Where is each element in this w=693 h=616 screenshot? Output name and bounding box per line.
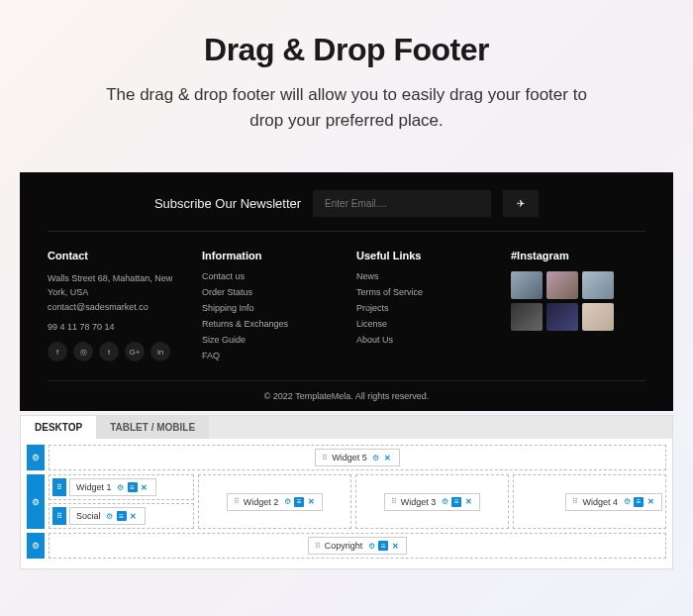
widget-chip-copyright[interactable]: ⠿ Copyright ⚙≡✕ (308, 537, 408, 555)
info-link[interactable]: FAQ (202, 351, 337, 360)
layout-icon[interactable]: ≡ (294, 497, 304, 507)
footer-col-instagram: #Instagram (511, 250, 645, 366)
builder-row: ⚙ ⠿ Widget 5 ⚙✕ (27, 445, 666, 470)
newsletter-submit-button[interactable]: ✈ (503, 190, 539, 217)
tab-desktop[interactable]: DESKTOP (21, 416, 96, 439)
instagram-icon[interactable]: ◎ (73, 342, 93, 361)
layout-icon[interactable]: ≡ (451, 497, 461, 507)
useful-link[interactable]: News (356, 271, 491, 281)
useful-link[interactable]: About Us (356, 335, 491, 345)
instagram-thumb[interactable] (582, 303, 614, 331)
info-link[interactable]: Contact us (202, 271, 337, 281)
widget-chip-widget1[interactable]: Widget 1 ⚙≡✕ (69, 478, 156, 496)
drag-icon: ⠿ (234, 497, 240, 506)
info-link[interactable]: Order Status (202, 287, 337, 297)
widget-label: Widget 4 (582, 497, 618, 507)
instagram-thumb[interactable] (546, 271, 578, 299)
drag-icon: ⠿ (391, 497, 397, 506)
gear-icon: ⚙ (32, 497, 40, 507)
instagram-heading: #Instagram (511, 250, 645, 261)
widget-label: Widget 3 (401, 497, 437, 507)
footer-col-information: Information Contact us Order Status Ship… (202, 250, 337, 366)
useful-heading: Useful Links (356, 250, 491, 261)
footer-col-contact: Contact Walls Street 68, Mahattan, New Y… (48, 250, 182, 366)
layout-icon[interactable]: ≡ (117, 511, 127, 521)
footer-builder: DESKTOP TABLET / MOBILE ⚙ ⠿ Widget 5 ⚙✕ … (20, 415, 673, 569)
builder-cell[interactable]: ⠿ Widget 2 ⚙≡✕ (198, 474, 351, 529)
widget-chip-widget4[interactable]: ⠿ Widget 4 ⚙≡✕ (565, 493, 662, 511)
facebook-icon[interactable]: f (48, 342, 67, 361)
paper-plane-icon: ✈ (517, 198, 525, 209)
drag-icon: ⠿ (572, 497, 578, 506)
drag-icon: ⠿ (322, 454, 328, 462)
instagram-thumb[interactable] (582, 271, 614, 299)
gear-icon[interactable]: ⚙ (440, 497, 449, 507)
row-settings-handle[interactable]: ⚙ (27, 533, 45, 559)
contact-heading: Contact (48, 250, 182, 261)
close-icon[interactable]: ✕ (383, 453, 393, 462)
useful-link[interactable]: Projects (356, 303, 491, 313)
googleplus-icon[interactable]: G+ (125, 342, 145, 361)
builder-cell[interactable]: ⠿ Widget 3 ⚙≡✕ (355, 474, 509, 529)
col-handle[interactable]: ⠿ (52, 478, 66, 496)
builder-cell[interactable]: ⠿ Social ⚙≡✕ (49, 503, 194, 529)
gear-icon: ⚙ (32, 453, 40, 462)
footer-col-useful: Useful Links News Terms of Service Proje… (356, 250, 491, 366)
info-link[interactable]: Shipping Info (202, 303, 337, 313)
useful-link[interactable]: License (356, 319, 491, 329)
widget-chip-widget5[interactable]: ⠿ Widget 5 ⚙✕ (315, 449, 400, 466)
layout-icon[interactable]: ≡ (378, 541, 388, 551)
gear-icon[interactable]: ⚙ (282, 497, 292, 507)
builder-cell[interactable]: ⠿ Widget 1 ⚙≡✕ (49, 474, 194, 500)
instagram-thumb[interactable] (546, 303, 578, 331)
builder-cell[interactable]: ⠿ Widget 4 ⚙≡✕ (513, 474, 666, 529)
widget-label: Widget 5 (332, 453, 367, 462)
layout-icon[interactable]: ≡ (128, 482, 138, 492)
drag-icon: ⠿ (315, 542, 321, 551)
widget-chip-widget3[interactable]: ⠿ Widget 3 ⚙≡✕ (384, 493, 481, 511)
builder-row: ⚙ ⠿ Copyright ⚙≡✕ (27, 533, 666, 559)
newsletter-email-input[interactable] (313, 190, 491, 217)
gear-icon[interactable]: ⚙ (622, 497, 632, 507)
close-icon[interactable]: ✕ (306, 497, 316, 507)
widget-chip-widget2[interactable]: ⠿ Widget 2 ⚙≡✕ (227, 493, 324, 511)
close-icon[interactable]: ✕ (463, 497, 473, 507)
close-icon[interactable]: ✕ (140, 482, 149, 492)
info-link[interactable]: Size Guide (202, 335, 337, 345)
builder-cell[interactable]: ⠿ Widget 5 ⚙✕ (49, 445, 666, 470)
builder-row: ⚙ ⠿ Widget 1 ⚙≡✕ ⠿ Social ⚙≡✕ (27, 474, 666, 529)
gear-icon[interactable]: ⚙ (105, 511, 115, 521)
twitter-icon[interactable]: t (99, 342, 119, 361)
col-handle[interactable]: ⠿ (52, 507, 66, 525)
gear-icon[interactable]: ⚙ (116, 482, 126, 492)
contact-email: contact@sadesmarket.co (48, 300, 182, 314)
footer-preview: Subscribe Our Newsletter ✈ Contact Walls… (20, 172, 673, 411)
widget-label: Social (76, 511, 101, 521)
tab-tablet-mobile[interactable]: TABLET / MOBILE (96, 416, 209, 439)
instagram-thumb[interactable] (511, 271, 543, 299)
widget-label: Copyright (325, 541, 363, 551)
close-icon[interactable]: ✕ (129, 511, 139, 521)
widget-label: Widget 1 (76, 482, 112, 492)
row-settings-handle[interactable]: ⚙ (27, 474, 45, 529)
page-description: The drag & drop footer will allow you to… (89, 82, 604, 133)
instagram-thumb[interactable] (511, 303, 543, 331)
gear-icon[interactable]: ⚙ (366, 541, 376, 551)
builder-cell[interactable]: ⠿ Copyright ⚙≡✕ (49, 533, 666, 559)
instagram-grid (511, 271, 645, 331)
copyright-text: © 2022 TemplateMela. All rights reserved… (48, 380, 645, 411)
useful-link[interactable]: Terms of Service (356, 287, 491, 297)
widget-label: Widget 2 (244, 497, 279, 507)
layout-icon[interactable]: ≡ (634, 497, 644, 507)
contact-address: Walls Street 68, Mahattan, New York, USA (48, 271, 182, 300)
widget-chip-social[interactable]: Social ⚙≡✕ (69, 507, 146, 525)
newsletter-label: Subscribe Our Newsletter (154, 196, 301, 211)
linkedin-icon[interactable]: in (150, 342, 170, 361)
close-icon[interactable]: ✕ (390, 541, 400, 551)
gear-icon: ⚙ (32, 541, 40, 551)
row-settings-handle[interactable]: ⚙ (27, 445, 45, 470)
close-icon[interactable]: ✕ (645, 497, 655, 507)
information-heading: Information (202, 250, 337, 261)
info-link[interactable]: Returns & Exchanges (202, 319, 337, 329)
gear-icon[interactable]: ⚙ (371, 453, 381, 462)
